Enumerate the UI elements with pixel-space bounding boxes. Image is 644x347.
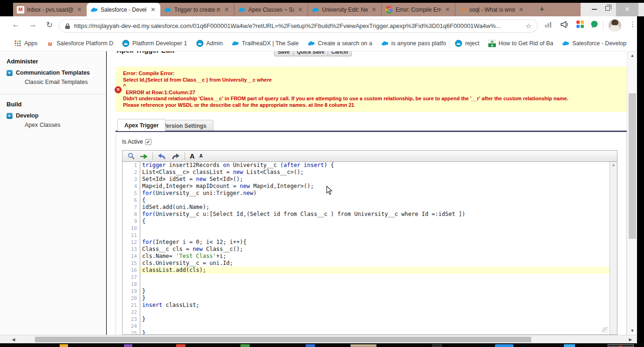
sidebar-heading-build: Build xyxy=(7,101,106,108)
browser-tab[interactable]: University Edit: New✕ xyxy=(308,3,381,16)
close-icon[interactable]: ✕ xyxy=(616,3,638,16)
collapse-toggle-icon[interactable] xyxy=(7,70,13,76)
bookmark-item[interactable]: Salesforce - Develop xyxy=(562,40,626,47)
bookmark-item[interactable]: Apps xyxy=(14,40,38,47)
tab-close-icon[interactable]: ✕ xyxy=(76,6,83,13)
tab-apex-trigger[interactable]: Apex Trigger xyxy=(117,119,165,131)
code-line: 1trigger insert12Records on University__… xyxy=(123,162,610,169)
bookmark-item[interactable]: TrailheaDX | The Sale xyxy=(232,40,299,47)
tab-close-icon[interactable]: ✕ xyxy=(370,6,377,13)
megaphone-extension-icon[interactable] xyxy=(560,20,569,31)
new-tab-button[interactable]: + xyxy=(536,4,548,16)
trailhead-red-icon: u xyxy=(47,40,54,47)
bookmark-item[interactable]: Create a search on a xyxy=(308,40,372,47)
bookmark-item[interactable]: reject xyxy=(455,40,480,47)
tab-close-icon[interactable]: ✕ xyxy=(150,6,157,13)
tab-close-icon[interactable]: ✕ xyxy=(518,6,525,13)
tab-title: Error: Compile Erro xyxy=(396,7,441,13)
bookmark-item[interactable]: WHHow to Get Rid of Ba xyxy=(488,40,553,47)
profile-avatar[interactable] xyxy=(609,19,621,32)
browser-titlebar: MInbox - pvs.saad@g✕Salesforce - Develo✕… xyxy=(0,0,644,16)
code-area[interactable]: 1trigger insert12Records on University__… xyxy=(123,162,610,334)
scroll-left-icon[interactable]: ◀ xyxy=(8,337,19,342)
vertical-scrollbar[interactable]: ▲ ▼ xyxy=(627,51,637,335)
browser-tab[interactable]: Apex Classes ~ Sale✕ xyxy=(234,3,308,16)
taskbar-app-icon[interactable] xyxy=(432,344,442,347)
scroll-down-icon[interactable]: ▼ xyxy=(627,328,637,333)
scrollbar-thumb[interactable] xyxy=(629,93,636,239)
bookmarks-bar: AppsuSalesforce Platform DPlatform Devel… xyxy=(0,35,637,51)
taskbar-app-icon[interactable] xyxy=(306,344,315,347)
tab-close-icon[interactable]: ✕ xyxy=(444,6,451,13)
address-bar[interactable]: https://msjlayyah-dev-ed.my.salesforce.c… xyxy=(59,19,538,33)
scroll-right-icon[interactable]: ▶ xyxy=(625,337,636,342)
compile-error-box: Error: Compile Error: Select Id,(Select … xyxy=(116,67,627,112)
browser-tab[interactable]: Error: Compile Erro✕ xyxy=(381,3,455,16)
scrollbar-thumb[interactable] xyxy=(35,337,531,342)
collapse-toggle-icon[interactable] xyxy=(7,113,13,119)
analytics-extension-icon[interactable] xyxy=(544,20,553,30)
line-number: 25 xyxy=(123,330,140,335)
minimize-icon[interactable] xyxy=(592,9,597,10)
bookmark-item[interactable]: uSalesforce Platform D xyxy=(47,40,114,47)
taskbar-app-icon[interactable] xyxy=(240,344,250,347)
redo-icon[interactable] xyxy=(171,153,180,160)
taskbar-app-icon[interactable] xyxy=(124,344,132,347)
grid-extension-icon[interactable] xyxy=(576,20,584,30)
sidebar-item-develop[interactable]: Develop xyxy=(7,112,106,119)
scroll-up-icon[interactable]: ▲ xyxy=(627,53,637,58)
taskbar-app-icon[interactable] xyxy=(495,344,514,347)
svg-text:H: H xyxy=(491,43,493,47)
bookmark-item[interactable]: Platform Developer 1 xyxy=(122,40,187,47)
undo-icon[interactable] xyxy=(158,153,166,160)
line-number: 7 xyxy=(123,204,140,211)
goto-line-icon[interactable] xyxy=(140,153,148,160)
taskbar-app-icon[interactable] xyxy=(60,344,68,347)
tab-title: soql - What is wron xyxy=(469,7,515,13)
code-line: 13Class__c cls = new Class__c(); xyxy=(123,246,610,253)
reload-icon[interactable]: ↻ xyxy=(44,20,55,30)
scroll-up-icon[interactable]: ▲ xyxy=(610,163,617,167)
bookmark-item[interactable]: is anyone pass platfo xyxy=(381,40,446,47)
browser-tab[interactable]: MInbox - pvs.saad@g✕ xyxy=(13,3,87,16)
code-line: 19} xyxy=(123,288,610,295)
resize-handle-icon[interactable] xyxy=(602,327,608,333)
browser-menu-icon[interactable]: ⋮ xyxy=(629,20,636,28)
line-number: 17 xyxy=(123,274,140,281)
taskbar xyxy=(0,343,644,347)
horizontal-scrollbar[interactable]: ◀ ▶ xyxy=(0,335,637,343)
tab-title: Apex Classes ~ Sale xyxy=(248,7,294,13)
url-text: https://msjlayyah-dev-ed.my.salesforce.c… xyxy=(74,22,522,29)
bookmark-item[interactable]: Admin xyxy=(196,40,223,47)
balloon-extension-icon[interactable] xyxy=(590,20,599,31)
browser-tab[interactable]: Trigger to create m✕ xyxy=(160,3,234,16)
tab-title: Salesforce - Develo xyxy=(101,7,147,13)
taskbar-app-icon[interactable] xyxy=(350,344,377,347)
sidebar-link-apex-classes[interactable]: Apex Classes xyxy=(25,122,106,128)
is-active-checkbox[interactable]: ✔ xyxy=(145,139,151,145)
editor-scrollbar[interactable]: ▲ xyxy=(610,162,617,334)
restore-icon[interactable] xyxy=(605,6,610,11)
font-increase-icon[interactable]: A xyxy=(190,152,195,160)
bookmark-star-icon[interactable]: ☆ xyxy=(526,22,532,30)
forward-icon[interactable]: → xyxy=(27,20,38,29)
bookmark-label: TrailheaDX | The Sale xyxy=(242,40,299,47)
taskbar-app-icon[interactable] xyxy=(564,344,575,347)
error-caret: ^ xyxy=(123,83,622,90)
browser-tab[interactable]: Salesforce - Develo✕ xyxy=(87,3,160,16)
back-icon[interactable]: ← xyxy=(10,20,21,29)
browser-tab[interactable]: soql - What is wron✕ xyxy=(455,3,528,16)
search-icon[interactable] xyxy=(127,152,135,160)
code-line: 24 xyxy=(123,323,610,330)
code-line: 6{ xyxy=(123,197,610,204)
taskbar-app-icon[interactable] xyxy=(176,344,185,347)
tab-close-icon[interactable]: ✕ xyxy=(223,6,230,13)
code-editor[interactable]: 1trigger insert12Records on University__… xyxy=(122,162,617,335)
font-decrease-icon[interactable]: A xyxy=(199,153,203,159)
tab-title: University Edit: New xyxy=(322,7,368,13)
sidebar-link-classic-email-templates[interactable]: Classic Email Templates xyxy=(25,79,106,85)
tab-close-icon[interactable]: ✕ xyxy=(297,6,304,13)
sidebar-item-communication-templates[interactable]: Communication Templates xyxy=(7,69,106,76)
line-number: 5 xyxy=(123,190,140,197)
taskbar-app-icon[interactable] xyxy=(608,344,634,347)
